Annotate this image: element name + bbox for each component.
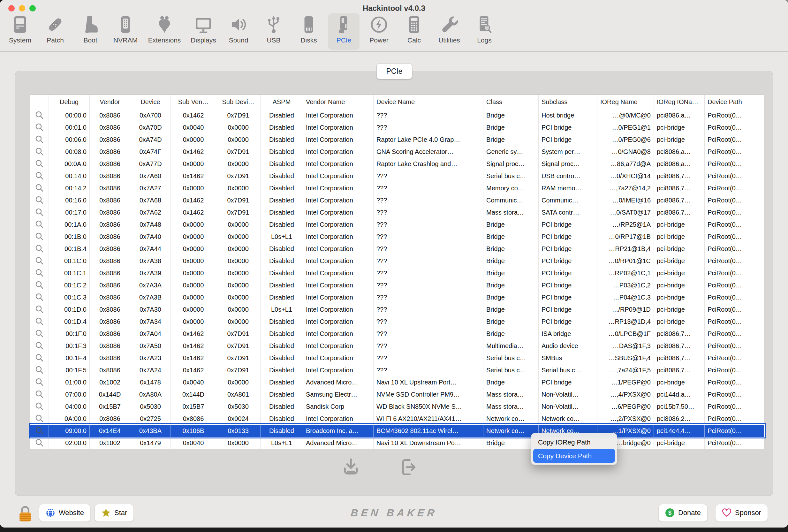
table-row[interactable]: 00:1C.30x80860x7A3B0x00000x0000DisabledI… (30, 291, 764, 303)
column-header-inspect[interactable] (30, 95, 49, 109)
column-header-device[interactable]: Device (130, 95, 171, 109)
row-inspect-button[interactable] (30, 388, 49, 400)
row-inspect-button[interactable] (30, 182, 49, 194)
table-row[interactable]: 00:1B.40x80860x7A440x00000x0000DisabledI… (30, 243, 764, 255)
column-header-subclass[interactable]: Subclass (539, 95, 597, 109)
row-inspect-button[interactable] (30, 267, 49, 279)
toolbar-item-logs[interactable]: Logs (469, 14, 500, 50)
toolbar-item-usb[interactable]: USB (258, 14, 289, 50)
table-row[interactable]: 00:00.00x80860xA7000x14620x7D91DisabledI… (30, 109, 764, 121)
table-row[interactable]: 00:1F.30x80860x7A500x14620x7D91DisabledI… (30, 340, 764, 352)
table-row[interactable]: 00:0A.00x80860xA77D0x00000x0000DisabledI… (30, 158, 764, 170)
table-row[interactable]: 00:1B.00x80860x7A400x00000x0000L0s+L1Int… (30, 231, 764, 243)
column-header-sub-ven[interactable]: Sub Ven… (171, 95, 216, 109)
table-row[interactable]: 00:1F.50x80860x7A240x14620x7D91DisabledI… (30, 364, 764, 376)
table-row[interactable]: 00:1F.40x80860x7A230x14620x7D91DisabledI… (30, 352, 764, 364)
table-row[interactable]: 00:1D.40x80860x7A340x00000x0000DisabledI… (30, 315, 764, 328)
toolbar-item-nvram[interactable]: NVRAM (110, 14, 141, 50)
column-header-sub-devi[interactable]: Sub Devi… (216, 95, 260, 109)
table-row[interactable]: 00:14.00x80860x7A600x14620x7D91DisabledI… (30, 170, 764, 182)
row-inspect-button[interactable] (30, 376, 49, 388)
row-inspect-button[interactable] (30, 413, 49, 425)
row-inspect-button[interactable] (30, 279, 49, 291)
magnifier-icon (33, 280, 46, 290)
cell: 0x8086 (90, 303, 130, 315)
row-inspect-button[interactable] (30, 170, 49, 182)
export-button[interactable] (397, 457, 418, 478)
row-inspect-button[interactable] (30, 315, 49, 328)
table-row[interactable]: 00:1D.00x80860x7A300x00000x0000L0s+L1Int… (30, 303, 764, 315)
column-header-ioreg-iona[interactable]: IOReg IONa… (654, 95, 705, 109)
row-inspect-button[interactable] (30, 206, 49, 218)
row-inspect-button[interactable] (30, 328, 49, 340)
toolbar-item-disks[interactable]: Disks (293, 14, 324, 50)
table-row[interactable]: 00:1C.10x80860x7A390x00000x0000DisabledI… (30, 267, 764, 279)
toolbar-item-extensions[interactable]: Extensions (145, 14, 184, 50)
table-row[interactable]: 00:17.00x80860x7A620x14620x7D91DisabledI… (30, 206, 764, 218)
toolbar-item-pcie[interactable]: PCIe (328, 14, 359, 50)
toolbar-item-sound[interactable]: Sound (223, 14, 254, 50)
row-inspect-button[interactable] (30, 303, 49, 315)
column-header-vendor-name[interactable]: Vendor Name (303, 95, 374, 109)
table-row[interactable]: 00:1C.00x80860x7A380x00000x0000DisabledI… (30, 255, 764, 267)
table-row[interactable]: 00:06.00x80860xA74D0x00000x0000DisabledI… (30, 134, 764, 145)
row-inspect-button[interactable] (30, 121, 49, 134)
row-inspect-button[interactable] (30, 352, 49, 364)
column-header-device-name[interactable]: Device Name (374, 95, 484, 109)
table-row[interactable]: 02:00.00x10020x14790x00400x0000L0s+L1Adv… (30, 437, 764, 449)
row-inspect-button[interactable] (30, 425, 49, 437)
row-inspect-button[interactable] (30, 340, 49, 352)
context-menu-item-copy-device-path[interactable]: Copy Device Path (533, 449, 615, 463)
table-row[interactable]: 00:01.00x80860xA70D0x00400x0000DisabledI… (30, 121, 764, 134)
column-header-ioreg-name[interactable]: IOReg Name (597, 95, 654, 109)
row-inspect-button[interactable] (30, 134, 49, 145)
table-row[interactable]: 07:00.00x144D0xA80A0x144D0xA801DisabledS… (30, 388, 764, 400)
toolbar-item-utilities[interactable]: Utilities (434, 14, 465, 50)
toolbar-item-displays[interactable]: Displays (188, 14, 219, 50)
toolbar-item-boot[interactable]: Boot (75, 14, 106, 50)
cell: Intel Corporation (303, 243, 374, 255)
usb-icon (264, 15, 283, 34)
row-inspect-button[interactable] (30, 400, 49, 413)
row-inspect-button[interactable] (30, 243, 49, 255)
column-header-device-path[interactable]: Device Path (705, 95, 764, 109)
row-inspect-button[interactable] (30, 218, 49, 231)
table-row[interactable]: 00:1A.00x80860x7A480x00000x0000DisabledI… (30, 218, 764, 231)
row-inspect-button[interactable] (30, 194, 49, 206)
toolbar-item-system[interactable]: System (4, 14, 36, 50)
toolbar-item-calc[interactable]: Calc (398, 14, 430, 50)
tab-pcie-pill[interactable]: PCIe (376, 63, 412, 79)
row-inspect-button[interactable] (30, 255, 49, 267)
cell: 0x8086 (90, 315, 130, 328)
toolbar-item-patch[interactable]: Patch (40, 14, 71, 50)
row-inspect-button[interactable] (30, 158, 49, 170)
row-inspect-button[interactable] (30, 109, 49, 121)
row-inspect-button[interactable] (30, 364, 49, 376)
cell: Network co… (484, 425, 539, 437)
cell: PCI bridge (539, 231, 597, 243)
column-header-aspm[interactable]: ASPM (260, 95, 303, 109)
table-row[interactable]: 01:00.00x10020x14780x00400x0000DisabledA… (30, 376, 764, 388)
table-row[interactable]: 00:08.00x80860xA74F0x14620x7D91DisabledI… (30, 145, 764, 158)
cell: PciRoot(0… (705, 218, 764, 231)
column-header-class[interactable]: Class (484, 95, 539, 109)
column-header-vendor[interactable]: Vendor (90, 95, 130, 109)
sponsor-button[interactable]: Sponsor (715, 504, 768, 522)
table-row[interactable]: 00:16.00x80860x7A680x14620x7D91DisabledI… (30, 194, 764, 206)
row-inspect-button[interactable] (30, 291, 49, 303)
table-row[interactable]: 00:1C.20x80860x7A3A0x00000x0000DisabledI… (30, 279, 764, 291)
cell: Intel Corporation (303, 134, 374, 145)
download-button[interactable] (340, 457, 361, 478)
toolbar-item-power[interactable]: Power (363, 14, 395, 50)
row-inspect-button[interactable] (30, 145, 49, 158)
table-row[interactable]: 00:1F.00x80860x7A040x14620x7D91DisabledI… (30, 328, 764, 340)
table-row[interactable]: 04:00.00x15B70x50300x15B70x5030DisabledS… (30, 400, 764, 413)
row-inspect-button[interactable] (30, 231, 49, 243)
table-row[interactable]: 00:14.20x80860x7A270x00000x0000DisabledI… (30, 182, 764, 194)
row-inspect-button[interactable] (30, 437, 49, 449)
donate-button[interactable]: $ Donate (658, 504, 708, 522)
table-row[interactable]: 0A:00.00x80860x27250x80860x0024DisabledI… (30, 413, 764, 425)
table-row-selected[interactable]: 09:00.00x14E40x43BA0x106B0x0133DisabledB… (30, 425, 764, 437)
context-menu-item-copy-ioreg-path[interactable]: Copy IOReg Path (533, 435, 615, 449)
column-header-debug[interactable]: Debug (49, 95, 90, 109)
